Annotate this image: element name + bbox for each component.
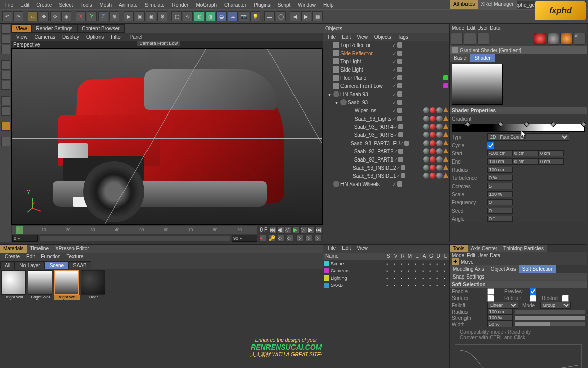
tab-objaxis[interactable]: Object Axis: [487, 265, 519, 273]
tab-materials[interactable]: Materials: [0, 245, 27, 253]
obj-menu-view[interactable]: View: [354, 34, 371, 40]
render-pv-icon[interactable]: ◉: [146, 11, 156, 21]
object-tree[interactable]: Top Reflector✓Side Reflector✓Top Light✓S…: [323, 41, 449, 242]
nav-back-icon[interactable]: [451, 33, 463, 45]
rec-icon[interactable]: ●: [259, 235, 266, 242]
undo-icon[interactable]: ↶: [2, 11, 12, 21]
preview-chk[interactable]: [530, 288, 536, 295]
turb-input[interactable]: [487, 175, 513, 181]
menu-select[interactable]: Select: [56, 1, 76, 9]
sky-icon[interactable]: ◯: [276, 11, 286, 21]
type-select[interactable]: 2D - Four Corner: [487, 133, 569, 141]
tab-timeline[interactable]: Timeline: [27, 245, 52, 253]
tab-view[interactable]: View: [11, 24, 32, 33]
strength-slider[interactable]: [515, 316, 585, 320]
tab-axiscenter[interactable]: Axis Center: [468, 245, 500, 252]
render-region-icon[interactable]: ▣: [135, 11, 145, 21]
object-row[interactable]: Top Reflector✓: [323, 41, 449, 49]
tab-content-browser[interactable]: Content Browser: [77, 24, 124, 33]
select-tool-icon[interactable]: ▭: [28, 11, 38, 21]
end-y[interactable]: [513, 158, 538, 165]
key-pla-icon[interactable]: ◇: [314, 235, 322, 242]
camera-icon[interactable]: 📷: [239, 11, 249, 21]
deformer-icon[interactable]: ◒: [216, 11, 227, 21]
texture-mode-icon[interactable]: [1, 45, 10, 54]
material-item[interactable]: Bright Whi: [1, 270, 27, 300]
vp-menu-options[interactable]: Options: [83, 34, 107, 40]
frame-start-input[interactable]: [12, 235, 38, 242]
falloff-select[interactable]: Linear: [487, 302, 518, 309]
layer-row[interactable]: Lighting▪▪▪▪▪▪▪▪▪: [323, 274, 449, 282]
menu-plugins[interactable]: Plugins: [251, 1, 274, 9]
vp-menu-view[interactable]: View: [13, 34, 31, 40]
gradient-preview[interactable]: [452, 64, 503, 105]
menu-create[interactable]: Create: [33, 1, 55, 9]
object-row[interactable]: Top Light✓: [323, 57, 449, 65]
tab-attributes[interactable]: Attributes: [450, 0, 478, 9]
menu-window[interactable]: Window: [295, 1, 319, 9]
env-icon[interactable]: ☁: [228, 11, 238, 21]
object-row[interactable]: Floor Plane✓: [323, 74, 449, 82]
layer-file[interactable]: File: [325, 245, 338, 253]
redo-icon[interactable]: ↷: [13, 11, 23, 21]
obj-menu-file[interactable]: File: [325, 34, 338, 40]
restrict-chk[interactable]: [562, 295, 569, 302]
object-row[interactable]: Saab_93_PART4✓: [323, 123, 449, 131]
object-row[interactable]: Saab_93_PART3_EU✓: [323, 139, 449, 147]
content-browser-icon[interactable]: ▦: [312, 11, 323, 21]
shade-red-icon[interactable]: [534, 33, 546, 45]
menu-simulate[interactable]: Simulate: [142, 1, 168, 9]
move-tool-icon[interactable]: ✥: [39, 11, 49, 21]
vp-menu-filter[interactable]: Filter: [108, 34, 125, 40]
freq-input[interactable]: [487, 199, 513, 205]
object-row[interactable]: Saab_93_PART3✓: [323, 131, 449, 139]
obj-menu-edit[interactable]: Edit: [339, 34, 353, 40]
layer-view[interactable]: View: [354, 245, 371, 253]
nurbs-icon[interactable]: ◐: [194, 11, 204, 21]
menu-edit[interactable]: Edit: [17, 1, 32, 9]
object-mode-icon[interactable]: [1, 35, 10, 44]
radius-slider[interactable]: [515, 310, 585, 314]
rotate-tool-icon[interactable]: ⟳: [50, 11, 60, 21]
start-y[interactable]: [513, 150, 538, 156]
object-row[interactable]: Saab_93_INSIDE1✓: [323, 172, 449, 180]
menu-file[interactable]: File: [2, 1, 16, 9]
angle-input[interactable]: [487, 216, 513, 222]
layer-row[interactable]: Cameras▪▪▪▪▪▪▪▪▪: [323, 267, 449, 274]
render-settings-icon[interactable]: ⚙: [157, 11, 167, 21]
soft-edit[interactable]: Edit: [467, 252, 475, 258]
surface-chk[interactable]: [487, 295, 494, 302]
cycle-checkbox[interactable]: [487, 142, 494, 149]
generator-icon[interactable]: ◑: [205, 11, 215, 21]
3d-viewport[interactable]: y x: [11, 48, 323, 225]
spline-icon[interactable]: ∿: [183, 11, 193, 21]
text-mode-icon[interactable]: [1, 137, 10, 146]
soft-radius[interactable]: [487, 309, 513, 315]
goto-start-icon[interactable]: ⏮: [270, 226, 277, 234]
object-row[interactable]: Side Reflector✓: [323, 49, 449, 57]
prev-icon[interactable]: ◀: [290, 11, 300, 21]
soft-width[interactable]: [487, 321, 513, 327]
vp-menu-cameras[interactable]: Cameras: [32, 34, 59, 40]
snap-icon[interactable]: [1, 96, 10, 105]
tab-basic[interactable]: Basic: [450, 54, 470, 62]
tab-shader[interactable]: Shader: [470, 54, 495, 62]
key-rot-icon[interactable]: ◇: [287, 235, 294, 242]
gradient-bar[interactable]: [452, 124, 585, 132]
obj-menu-tags[interactable]: Tags: [395, 34, 411, 40]
mat-edit[interactable]: Edit: [23, 253, 37, 261]
point-mode-icon[interactable]: [1, 60, 10, 70]
coord-icon[interactable]: ⊕: [109, 11, 119, 21]
prev-key-icon[interactable]: ◀: [277, 226, 284, 234]
nav-fwd-icon[interactable]: [464, 33, 476, 45]
model-mode-icon[interactable]: [1, 25, 10, 34]
next-frame-icon[interactable]: ▷: [300, 226, 307, 234]
move-plus-icon[interactable]: ✚: [452, 258, 459, 265]
scale-input[interactable]: [487, 191, 513, 197]
attr-edit[interactable]: Edit: [467, 25, 475, 31]
nav-up-icon[interactable]: [477, 33, 489, 45]
shade-del-icon[interactable]: ✕: [574, 33, 586, 45]
menu-script[interactable]: Script: [275, 1, 294, 9]
mat-texture[interactable]: Texture: [64, 253, 86, 261]
oct-input[interactable]: [487, 183, 513, 189]
